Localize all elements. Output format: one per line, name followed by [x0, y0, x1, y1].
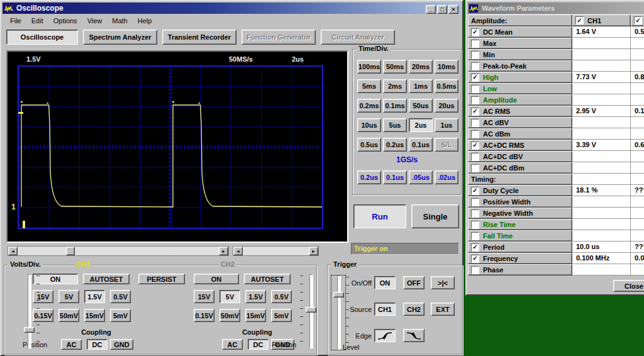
param-label-fall-time[interactable]: Fall Time — [468, 230, 572, 242]
ch1-position-slider[interactable] — [22, 274, 36, 348]
trigger-source-ch1-button[interactable]: CH1 — [374, 303, 396, 316]
timediv-0-5us-button[interactable]: 0.5us — [357, 138, 381, 152]
ch1-coupling-dc-button[interactable]: DC — [87, 339, 108, 350]
menu-edit[interactable]: Edit — [26, 16, 48, 26]
rising-edge-icon[interactable] — [374, 329, 396, 342]
ch2-column-checkbox[interactable]: ✓ — [634, 16, 642, 25]
ch1-range-5v-button[interactable]: 5V — [58, 290, 79, 303]
channel-1-position-marker[interactable]: 1 — [11, 203, 16, 211]
param-label-rise-time[interactable]: Rise Time — [468, 219, 572, 230]
close-button[interactable]: Close — [613, 280, 644, 292]
ch2-coupling-ac-button[interactable]: AC — [222, 339, 243, 350]
scroll-left-icon[interactable]: ◄ — [233, 247, 243, 255]
param-checkbox-ac-rms[interactable]: ✓ — [471, 108, 479, 116]
param-label-amplitude[interactable]: Amplitude — [468, 94, 572, 106]
timediv-0-5ms-button[interactable]: 0.5ms — [435, 79, 458, 93]
timediv-2ms-button[interactable]: 2ms — [383, 79, 407, 93]
tab-transient-recorder[interactable]: Transient Recorder — [162, 30, 236, 45]
ch2-range-0-5v-button[interactable]: 0.5V — [271, 290, 292, 303]
ch1-autoset-button[interactable]: AUTOSET — [83, 274, 130, 284]
param-label-phase[interactable]: Phase — [468, 264, 572, 275]
param-checkbox-rise-time[interactable] — [471, 221, 479, 229]
timediv-1us-button[interactable]: 1us — [435, 118, 458, 132]
trigger-source-ext-button[interactable]: EXT — [431, 303, 455, 316]
timediv-0-1us-button[interactable]: 0.1us — [409, 138, 433, 152]
param-label-period[interactable]: ✓Period — [468, 242, 572, 253]
param-checkbox-low[interactable] — [471, 85, 479, 93]
timediv-20ms-button[interactable]: 20ms — [409, 60, 433, 74]
param-checkbox-amplitude[interactable] — [471, 96, 479, 104]
param-label-ac-dc-dbv[interactable]: AC+DC dBV — [468, 151, 572, 162]
ch2-range-5mv-button[interactable]: 5mV — [271, 309, 292, 322]
trigger-source-ch2-button[interactable]: CH2 — [403, 303, 425, 316]
param-checkbox-duty-cycle[interactable]: ✓ — [471, 187, 479, 195]
param-label-ac-dc-rms[interactable]: ✓AC+DC RMS — [468, 140, 572, 151]
param-label-frequency[interactable]: ✓Frequency — [468, 253, 572, 264]
param-checkbox-ac-dbv[interactable] — [471, 119, 479, 127]
ch1-coupling-ac-button[interactable]: AC — [61, 339, 82, 350]
scope-secondary-scrollbar[interactable]: ◄ ► — [233, 246, 319, 256]
timediv-5us-button[interactable]: 5us — [383, 118, 407, 132]
timediv-10us-button[interactable]: 10us — [357, 118, 381, 132]
trigger-level-slider[interactable] — [331, 275, 345, 350]
trigger-position-marker[interactable] — [23, 221, 25, 228]
param-checkbox-phase[interactable] — [471, 266, 479, 274]
tab-function-generator[interactable]: Function Generator — [242, 30, 316, 45]
ch2-coupling-dc-button[interactable]: DC — [248, 339, 269, 350]
param-checkbox-ac-dc-dbm[interactable] — [471, 164, 479, 172]
param-checkbox-period[interactable]: ✓ — [471, 243, 479, 252]
param-checkbox-dc-mean[interactable]: ✓ — [471, 28, 479, 36]
trigger-level-marker[interactable] — [18, 112, 23, 114]
ch1-range-1-5v-button[interactable]: 1.5V — [84, 290, 105, 303]
param-label-duty-cycle[interactable]: ✓Duty Cycle — [468, 185, 572, 196]
minimize-button[interactable]: _ — [426, 5, 436, 14]
ch2-range-1-5v-button[interactable]: 1.5V — [245, 290, 266, 303]
param-checkbox-frequency[interactable]: ✓ — [471, 255, 479, 263]
menu-math[interactable]: Math — [107, 16, 132, 26]
slider-thumb[interactable] — [24, 327, 35, 333]
param-checkbox-ac-dc-dbv[interactable] — [471, 153, 479, 161]
param-checkbox-peak-to-peak[interactable] — [471, 62, 479, 70]
timediv-fast-05us-button[interactable]: .05us — [409, 170, 433, 184]
ch2-position-slider[interactable] — [304, 274, 318, 348]
ch2-range-50mv-button[interactable]: 50mV — [219, 309, 240, 322]
param-label-positive-width[interactable]: Positive Width — [468, 196, 572, 208]
param-label-max[interactable]: Max — [468, 38, 572, 49]
ch1-range-0-5v-button[interactable]: 0.5V — [110, 290, 131, 303]
param-label-min[interactable]: Min — [468, 49, 572, 60]
param-checkbox-positive-width[interactable] — [471, 198, 479, 206]
ch1-column-checkbox[interactable]: ✓ — [575, 16, 584, 25]
param-checkbox-negative-width[interactable] — [471, 209, 479, 218]
timediv-5ms-button[interactable]: 5ms — [357, 79, 381, 93]
param-checkbox-fall-time[interactable] — [471, 232, 479, 240]
scope-horizontal-scrollbar[interactable]: ◄ ► — [8, 246, 229, 256]
ch1-range-50mv-button[interactable]: 50mV — [58, 309, 79, 322]
ch2-range-15mv-button[interactable]: 15mV — [245, 309, 266, 322]
ch2-column-header[interactable]: ✓ CH2 — [631, 14, 644, 26]
main-titlebar[interactable]: Oscilloscope _ □ × — [3, 3, 461, 14]
param-checkbox-ac-dc-rms[interactable]: ✓ — [471, 142, 479, 150]
run-button[interactable]: Run — [353, 204, 406, 228]
close-window-button[interactable]: × — [448, 5, 458, 14]
ch1-coupling-gnd-button[interactable]: GND — [110, 339, 133, 350]
menu-options[interactable]: Options — [48, 16, 82, 26]
ch2-on-button[interactable]: ON — [194, 274, 239, 284]
param-label-ac-dbm[interactable]: AC dBm — [468, 128, 572, 140]
ch1-range-15mv-button[interactable]: 15mV — [84, 309, 105, 322]
param-label-ac-rms[interactable]: ✓AC RMS — [468, 106, 572, 117]
scroll-right-icon[interactable]: ► — [309, 247, 318, 255]
timediv-50us-button[interactable]: 50us — [409, 99, 433, 113]
tab-oscilloscope[interactable]: Oscilloscope — [6, 30, 78, 45]
timediv-100ms-button[interactable]: 100ms — [357, 60, 381, 74]
ch1-column-header[interactable]: ✓ CH1 — [572, 14, 631, 26]
trigger-on-button[interactable]: ON — [374, 276, 396, 289]
ch2-range-5v-button[interactable]: 5V — [219, 290, 240, 303]
timediv-s-l-button[interactable]: S/L — [435, 138, 458, 152]
param-label-dc-mean[interactable]: ✓DC Mean — [468, 26, 572, 38]
falling-edge-icon[interactable] — [403, 329, 425, 342]
param-checkbox-high[interactable]: ✓ — [471, 74, 479, 82]
menu-file[interactable]: File — [5, 16, 26, 26]
param-checkbox-min[interactable] — [471, 51, 479, 59]
scroll-right-icon[interactable]: ► — [219, 247, 228, 255]
timediv-fast-0-1us-button[interactable]: 0.1us — [383, 170, 407, 184]
